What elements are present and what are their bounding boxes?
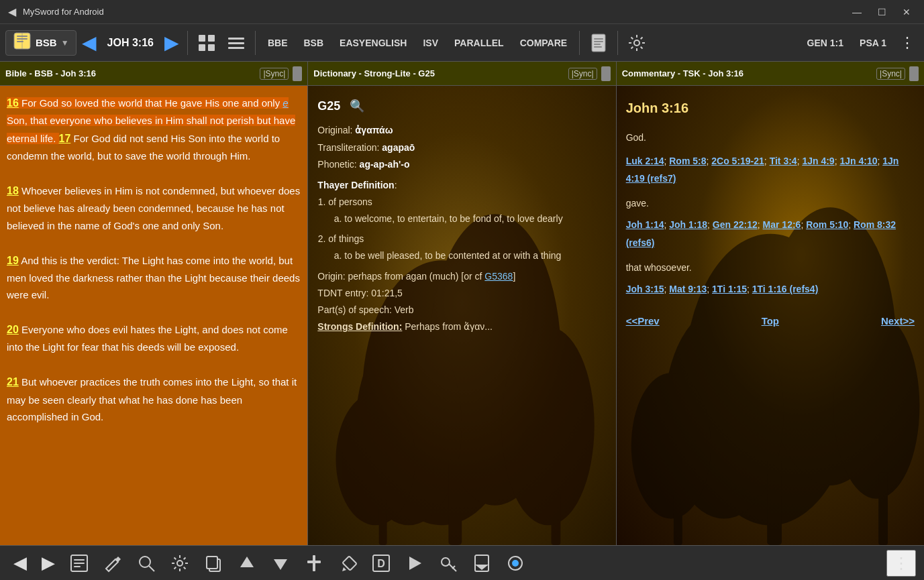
svg-marker-43 (240, 557, 254, 567)
svg-rect-14 (594, 41, 603, 42)
bottom-forward-button[interactable]: ▶ (36, 550, 60, 576)
commentary-refs1: Luk 2:14; Rom 5:8; 2Co 5:19-21; Tit 3:4;… (626, 152, 915, 188)
commentary-prev-button[interactable]: <<Prev (626, 312, 660, 331)
bible-selector[interactable]: BSB ▼ (5, 30, 76, 56)
isv-button[interactable]: ISV (416, 35, 445, 51)
bible-cross-button[interactable] (299, 551, 329, 575)
parallel-button[interactable]: PARALLEL (448, 35, 511, 51)
up-button[interactable] (232, 551, 262, 575)
dict-lemma: G25 (317, 99, 340, 113)
minimize-button[interactable]: — (847, 5, 867, 19)
commentary-panel-header: Commentary - TSK - Joh 3:16 |Sync| (617, 62, 924, 86)
color-button[interactable] (501, 551, 530, 575)
comm-link-1jn49[interactable]: 1Jn 4:9 (802, 156, 834, 166)
comm-link-mat913[interactable]: Mat 9:13 (669, 284, 707, 294)
key-button[interactable] (433, 551, 463, 575)
grid-icon-button[interactable] (193, 31, 220, 55)
nav-forward-button[interactable]: ▶ (162, 30, 182, 55)
svg-rect-7 (199, 44, 205, 51)
compare-button[interactable]: COMPARE (513, 35, 574, 51)
gear-button[interactable] (623, 31, 650, 55)
verse-reference[interactable]: JOH 3:16 (102, 34, 159, 52)
list-icon-button[interactable] (223, 31, 250, 55)
notes-button[interactable] (64, 551, 94, 575)
verse-num-17[interactable]: 17 (59, 133, 71, 144)
svg-point-40 (177, 561, 183, 566)
dict-def-2: of things to be well pleased, to be cont… (328, 231, 606, 264)
svg-point-17 (634, 40, 639, 46)
svg-rect-9 (228, 38, 244, 40)
dict-sync-button[interactable]: |Sync| (568, 68, 597, 80)
commentary-next-button[interactable]: Next>> (881, 312, 915, 331)
verse-num-16[interactable]: 16 (7, 97, 19, 109)
comm-link-rom58[interactable]: Rom 5:8 (669, 156, 706, 166)
comm-link-rom510[interactable]: Rom 5:10 (806, 219, 848, 230)
gen-ref-button[interactable]: GEN 1:1 (801, 35, 850, 51)
footnote-e-link[interactable]: e (283, 97, 288, 109)
svg-rect-15 (594, 44, 601, 45)
easyenglish-button[interactable]: EASYENGLISH (333, 35, 413, 51)
comm-link-joh114[interactable]: Joh 1:14 (626, 219, 664, 230)
commentary-title: John 3:16 (626, 95, 915, 121)
down-button[interactable] (266, 551, 295, 575)
verse-20-text: Everyone who does evil hates the Light, … (7, 324, 288, 353)
commentary-top-button[interactable]: Top (762, 315, 779, 327)
comm-link-gen2212[interactable]: Gen 22:12 (713, 219, 758, 230)
settings-button[interactable] (165, 551, 195, 575)
svg-rect-8 (208, 44, 215, 51)
play-button[interactable] (400, 551, 429, 575)
verse-num-18[interactable]: 18 (7, 185, 19, 196)
maximize-button[interactable]: ☐ (872, 5, 892, 19)
verse-18-text: Whoever believes in Him is not condemned… (7, 185, 300, 231)
nav-back-button[interactable]: ◀ (79, 30, 99, 55)
dict-origin-link[interactable]: G5368 (484, 271, 513, 282)
more-button[interactable]: ⋮ (896, 32, 919, 54)
comm-link-joh315[interactable]: Joh 3:15 (626, 284, 664, 294)
back-icon[interactable]: ◀ (8, 5, 16, 18)
highlight-button[interactable] (333, 551, 362, 575)
svg-rect-35 (74, 559, 85, 561)
comm-link-tit34[interactable]: Tit 3:4 (770, 156, 797, 166)
bottom-back-button[interactable]: ◀ (8, 550, 32, 576)
bookmarks-button[interactable] (467, 551, 497, 575)
dict-origin-row: Origin: perhaps from agan (much) [or cf … (317, 268, 606, 285)
bible-scroll-thumb[interactable] (293, 66, 302, 81)
comm-link-mar126[interactable]: Mar 12:6 (763, 219, 801, 230)
bible-icon (13, 32, 32, 54)
search-icon[interactable]: 🔍 (350, 99, 364, 113)
verse-num-19[interactable]: 19 (7, 255, 19, 266)
svg-point-51 (442, 558, 450, 566)
psa-ref-button[interactable]: PSA 1 (853, 35, 893, 51)
comm-link-1jn410[interactable]: 1Jn 4:10 (839, 156, 877, 166)
dict-button[interactable]: D (366, 551, 396, 575)
verse-num-20[interactable]: 20 (7, 324, 19, 335)
dict-def-2a: to be well pleased, to be contented at o… (344, 247, 606, 264)
bsb-button[interactable]: BSB (297, 35, 331, 51)
close-button[interactable]: ✕ (897, 5, 916, 19)
bbe-button[interactable]: BBE (261, 35, 295, 51)
verse-16-text1: For God so loved the world that He gave … (21, 97, 283, 109)
svg-rect-4 (21, 33, 23, 49)
dict-tdnt-row: TDNT entry: 01:21,5 (317, 285, 606, 302)
divider-1 (187, 31, 188, 55)
dict-scroll-thumb[interactable] (601, 66, 611, 81)
dict-thayer-label: Thayer Definition (317, 180, 394, 190)
comm-link-luk214[interactable]: Luk 2:14 (626, 156, 664, 166)
dict-panel-title: Dictionary - Strong-Lite - G25 (313, 68, 564, 78)
verse-num-21[interactable]: 21 (7, 376, 19, 388)
doc-icon-button[interactable] (585, 31, 612, 55)
comm-link-2co[interactable]: 2Co 5:19-21 (711, 156, 764, 166)
bible-sync-button[interactable]: |Sync| (260, 68, 289, 80)
edit-button[interactable] (98, 551, 127, 575)
search-button[interactable] (132, 551, 161, 575)
svg-line-39 (149, 566, 154, 571)
divider-3 (579, 31, 580, 55)
commentary-sync-button[interactable]: |Sync| (876, 68, 905, 80)
commentary-scroll-thumb[interactable] (909, 66, 919, 81)
comm-link-1ti116[interactable]: 1Ti 1:16 (refs4) (752, 284, 819, 294)
svg-line-53 (452, 566, 455, 569)
comm-link-1ti115[interactable]: 1Ti 1:15 (712, 284, 747, 294)
copy-button[interactable] (199, 551, 228, 575)
bottom-more-button[interactable]: ⋮ (886, 550, 916, 577)
comm-link-joh118[interactable]: Joh 1:18 (669, 219, 707, 230)
